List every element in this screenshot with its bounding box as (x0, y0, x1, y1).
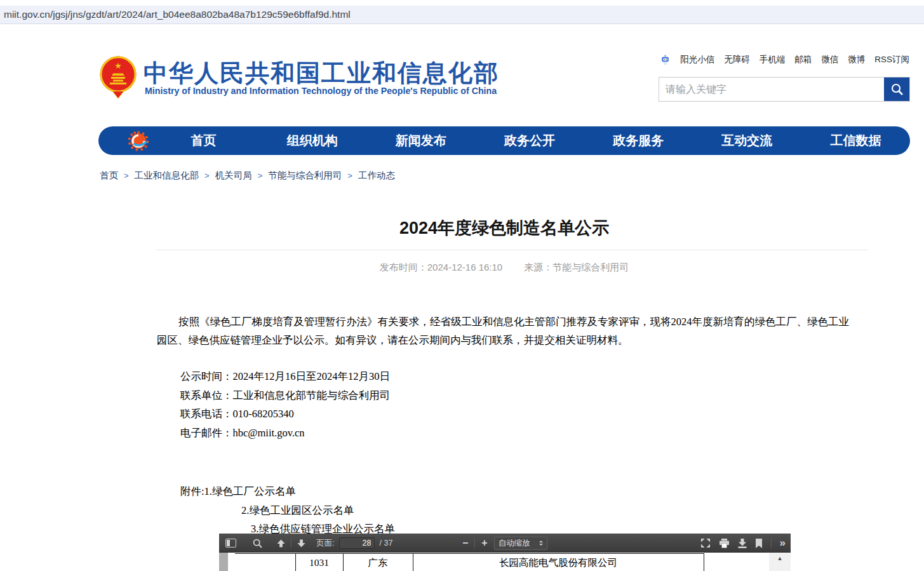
svg-text:★: ★ (114, 61, 122, 71)
bookmark-button[interactable] (755, 539, 763, 548)
site-search (659, 77, 910, 102)
page-label: 页面: (316, 538, 334, 549)
arrow-down-icon (297, 539, 306, 548)
page-title: 2024年度绿色制造名单公示 (98, 217, 910, 239)
breadcrumb-link-energy-dept[interactable]: 节能与综合利用司 (268, 170, 342, 182)
pdf-viewer: 页面: / 37 − + 自动缩放 (219, 534, 791, 571)
nav-item-home[interactable]: 首页 (149, 132, 258, 149)
zoom-mode-select[interactable]: 自动缩放 (494, 537, 547, 550)
info-line-contact-phone: 联系电话：010-68205340 (180, 405, 850, 424)
presentation-mode-button[interactable] (700, 538, 711, 548)
nav-item-gov-service[interactable]: 政务服务 (584, 132, 693, 149)
page-up-button[interactable] (276, 539, 286, 548)
publish-time-value: 2024-12-16 16:10 (427, 262, 502, 272)
print-button[interactable] (719, 539, 730, 548)
pdf-scrollbar[interactable]: ▲ (769, 553, 791, 571)
search-icon (890, 83, 904, 96)
download-icon (738, 539, 747, 548)
breadcrumb-link-work-dynamics[interactable]: 工作动态 (358, 170, 395, 182)
breadcrumb-separator: > (347, 171, 352, 180)
arrow-up-icon (276, 539, 286, 548)
source-value: 节能与综合利用司 (552, 262, 629, 272)
site-subtitle: Ministry of Industry and Information Tec… (145, 86, 497, 96)
main-nav: 首页 组织机构 新闻发布 政务公开 政务服务 互动交流 工信数据 (98, 126, 910, 155)
nav-item-interaction[interactable]: 互动交流 (693, 132, 801, 149)
table-border (235, 553, 704, 554)
site-title: 中华人民共和国工业和信息化部 (144, 57, 499, 90)
pdf-toolbar: 页面: / 37 − + 自动缩放 (219, 534, 791, 553)
search-button[interactable] (884, 77, 909, 101)
select-caret-icon (539, 541, 543, 546)
page-down-button[interactable] (297, 539, 306, 548)
print-icon (719, 539, 730, 548)
toolbar-divider (291, 538, 291, 548)
robot-mascot-icon (660, 55, 671, 65)
pdf-table-cell-company: 长园高能电气股份有限公司 (413, 555, 704, 570)
sidebar-toggle-button[interactable] (225, 539, 236, 547)
search-input[interactable] (659, 77, 884, 101)
nav-item-organization[interactable]: 组织机构 (258, 132, 366, 149)
source-label: 来源： (524, 262, 552, 272)
quick-link-rss[interactable]: RSS订阅 (874, 54, 909, 65)
nav-item-data[interactable]: 工信数据 (801, 132, 910, 149)
browser-url-bar[interactable]: miit.gov.cn/jgsj/jns/gzdt/art/2024/art_b… (0, 6, 924, 24)
info-line-contact-unit: 联系单位：工业和信息化部节能与综合利用司 (180, 386, 850, 405)
article-body: 按照《绿色工厂梯度培育及管理暂行办法》有关要求，经省级工业和信息化主管部门推荐及… (157, 312, 850, 539)
miit-gear-logo-icon (128, 130, 149, 152)
quick-link-wechat[interactable]: 微信 (821, 54, 838, 65)
attachment-link-green-factory[interactable]: 附件:1.绿色工厂公示名单 (180, 482, 850, 501)
toolbar-divider (474, 538, 475, 548)
national-emblem-icon: ★ (98, 55, 138, 102)
quick-link-accessibility[interactable]: 无障碍 (724, 54, 750, 65)
fullscreen-icon (700, 538, 711, 548)
table-border (704, 553, 704, 571)
breadcrumb-link-miit[interactable]: 工业和信息化部 (135, 170, 199, 182)
pdf-table-cell-number: 1031 (295, 555, 343, 570)
zoom-out-button[interactable]: − (462, 537, 468, 549)
info-line-contact-email: 电子邮件：hbc@miit.gov.cn (180, 424, 850, 443)
download-button[interactable] (738, 539, 747, 548)
breadcrumb-link-home[interactable]: 首页 (100, 170, 118, 182)
quick-links: 阳光小信 无障碍 手机端 邮箱 微信 微博 RSS订阅 (660, 54, 909, 65)
info-line-public-period: 公示时间：2024年12月16日至2024年12月30日 (180, 367, 850, 386)
toolbar-divider (771, 538, 772, 548)
breadcrumb-separator: > (124, 171, 129, 180)
pdf-table-cell-province: 广东 (343, 555, 413, 570)
breadcrumb-link-departments[interactable]: 机关司局 (215, 170, 252, 182)
article-meta: 发布时间：2024-12-16 16:10来源：节能与综合利用司 (98, 262, 910, 274)
page-url[interactable]: miit.gov.cn/jgsj/jns/gzdt/art/2024/art_b… (4, 9, 351, 20)
zoom-in-button[interactable]: + (481, 537, 487, 549)
sidebar-toggle-icon (225, 539, 236, 547)
scroll-up-button[interactable]: ▲ (777, 556, 783, 561)
pdf-content-area: 1031 广东 长园高能电气股份有限公司 ▲ (219, 553, 791, 571)
page-count-label: / 37 (379, 539, 392, 547)
breadcrumb: 首页 > 工业和信息化部 > 机关司局 > 节能与综合利用司 > 工作动态 (100, 170, 395, 182)
quick-link-sunshine[interactable]: 阳光小信 (680, 54, 714, 65)
zoom-mode-value: 自动缩放 (499, 538, 530, 549)
find-button[interactable] (253, 539, 262, 548)
page-number-input[interactable] (339, 537, 375, 549)
article-paragraph: 按照《绿色工厂梯度培育及管理暂行办法》有关要求，经省级工业和信息化主管部门推荐及… (157, 312, 850, 349)
nav-item-gov-open[interactable]: 政务公开 (475, 132, 584, 149)
title-divider (156, 250, 869, 250)
quick-link-mobile[interactable]: 手机端 (760, 54, 786, 65)
quick-link-weibo[interactable]: 微博 (848, 54, 865, 65)
find-icon (253, 539, 262, 548)
breadcrumb-separator: > (204, 171, 210, 180)
breadcrumb-separator: > (258, 171, 263, 180)
more-tools-button[interactable]: » (780, 537, 786, 549)
publish-time-label: 发布时间： (380, 262, 427, 272)
attachment-link-green-park[interactable]: 2.绿色工业园区公示名单 (241, 501, 850, 520)
quick-link-mail[interactable]: 邮箱 (794, 54, 812, 65)
nav-item-news[interactable]: 新闻发布 (366, 132, 475, 149)
bookmark-icon (755, 539, 763, 548)
